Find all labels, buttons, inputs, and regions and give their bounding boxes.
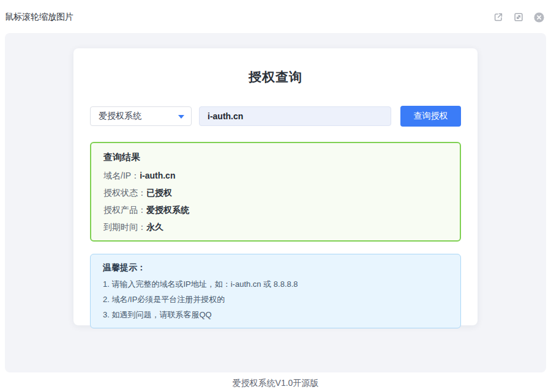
result-label: 域名/IP： bbox=[103, 171, 140, 180]
viewer-hint-text: 鼠标滚轮缩放图片 bbox=[5, 10, 73, 23]
preview-canvas: 授权查询 爱授权系统 查询授权 查询结果 域名/IP：i-auth.cn 授权状… bbox=[5, 33, 546, 372]
tips-line-2: 2. 域名/IP必须是平台注册并授权的 bbox=[103, 295, 448, 304]
product-select-value: 爱授权系统 bbox=[99, 111, 141, 122]
image-viewer-toolbar: 鼠标滚轮缩放图片 bbox=[0, 0, 551, 33]
product-select[interactable]: 爱授权系统 bbox=[90, 106, 192, 126]
domain-input[interactable] bbox=[199, 106, 391, 126]
auth-query-card: 授权查询 爱授权系统 查询授权 查询结果 域名/IP：i-auth.cn 授权状… bbox=[73, 48, 478, 325]
query-auth-button[interactable]: 查询授权 bbox=[400, 106, 461, 127]
result-label: 授权产品： bbox=[103, 205, 146, 215]
result-value: 已授权 bbox=[146, 188, 172, 198]
tips-line-3: 3. 如遇到问题，请联系客服QQ bbox=[103, 310, 448, 319]
result-row-domain: 域名/IP：i-auth.cn bbox=[103, 171, 448, 180]
result-value: 爱授权系统 bbox=[146, 205, 189, 215]
close-icon[interactable] bbox=[533, 11, 545, 23]
tips-title: 温馨提示： bbox=[103, 262, 448, 273]
result-label: 授权状态： bbox=[103, 188, 146, 198]
result-row-expiry: 到期时间：永久 bbox=[103, 222, 448, 232]
app-version-footer: 爱授权系统V1.0开源版 bbox=[0, 372, 551, 389]
result-row-status: 授权状态：已授权 bbox=[103, 188, 448, 198]
open-new-window-icon[interactable] bbox=[492, 11, 504, 23]
query-form: 爱授权系统 查询授权 bbox=[90, 106, 461, 127]
result-row-product: 授权产品：爱授权系统 bbox=[103, 205, 448, 215]
result-title: 查询结果 bbox=[103, 152, 448, 163]
tips-panel: 温馨提示： 1. 请输入完整的域名或IP地址，如：i-auth.cn 或 8.8… bbox=[90, 254, 461, 328]
viewer-controls bbox=[492, 10, 545, 23]
tips-line-1: 1. 请输入完整的域名或IP地址，如：i-auth.cn 或 8.8.8.8 bbox=[103, 279, 448, 289]
result-value: i-auth.cn bbox=[140, 171, 175, 180]
result-value: 永久 bbox=[146, 222, 163, 232]
result-label: 到期时间： bbox=[103, 222, 146, 232]
query-result-panel: 查询结果 域名/IP：i-auth.cn 授权状态：已授权 授权产品：爱授权系统… bbox=[90, 142, 461, 242]
page-title: 授权查询 bbox=[90, 61, 461, 86]
chevron-down-icon bbox=[178, 115, 184, 119]
fullscreen-expand-icon[interactable] bbox=[512, 11, 525, 23]
